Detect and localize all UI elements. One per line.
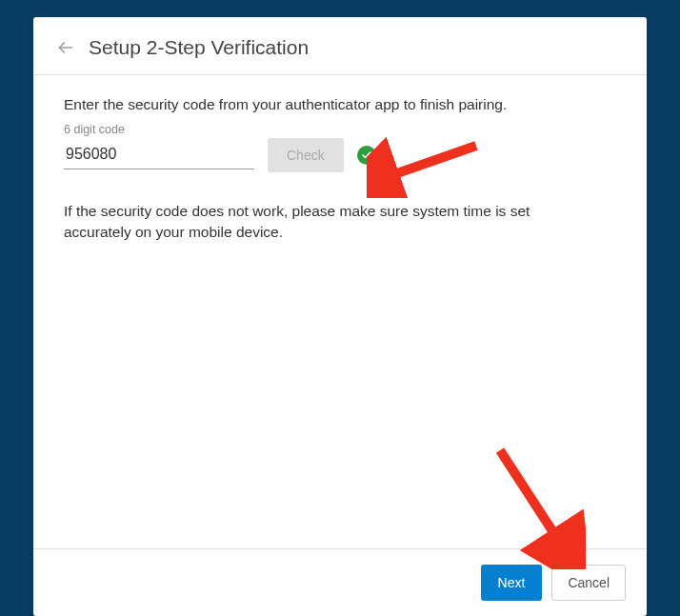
code-input-row: Check: [64, 138, 616, 172]
modal-footer: Next Cancel: [33, 548, 647, 616]
modal-title: Setup 2-Step Verification: [89, 36, 309, 59]
next-button[interactable]: Next: [481, 565, 543, 601]
code-input-label: 6 digit code: [64, 123, 616, 136]
code-input[interactable]: [64, 142, 254, 169]
check-button[interactable]: Check: [268, 138, 344, 172]
instruction-text: Enter the security code from your authen…: [64, 96, 616, 113]
setup-2fa-modal: Setup 2-Step Verification Enter the secu…: [33, 17, 647, 616]
modal-header: Setup 2-Step Verification: [33, 17, 647, 74]
checkmark-success-icon: [357, 146, 376, 165]
help-text: If the security code does not work, plea…: [64, 201, 578, 242]
modal-body: Enter the security code from your authen…: [33, 75, 647, 548]
cancel-button[interactable]: Cancel: [551, 565, 626, 601]
back-arrow-icon[interactable]: [56, 38, 75, 57]
